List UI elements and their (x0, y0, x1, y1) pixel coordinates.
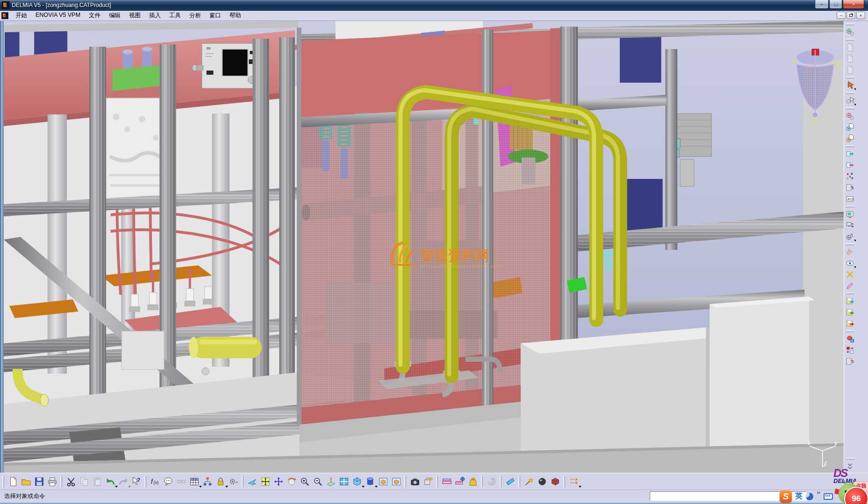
part-scatter-icon[interactable] (845, 170, 856, 182)
selection-sets-icon[interactable] (845, 95, 856, 106)
viewport-3d-scene[interactable]: x y z x y z 智造资料网 I (4, 21, 844, 473)
copy-icon[interactable] (78, 475, 91, 488)
save-sync-icon[interactable] (845, 318, 856, 329)
menu-file[interactable]: 文件 (85, 12, 105, 20)
sectioning-icon[interactable] (504, 475, 517, 488)
engine-block[interactable] (106, 98, 167, 203)
menu-start[interactable]: 开始 (11, 12, 31, 20)
workbench-product-icon[interactable] (845, 26, 856, 37)
dropdown-arrow-icon[interactable] (854, 104, 856, 106)
toolbar-grip[interactable] (846, 77, 854, 78)
material-box-icon[interactable] (549, 475, 562, 488)
parameters-icon[interactable] (227, 475, 240, 488)
moon-icon[interactable] (806, 493, 813, 500)
measure-inertia-icon[interactable] (466, 475, 480, 488)
save-view-icon[interactable] (845, 295, 856, 306)
new-document-icon[interactable] (7, 475, 20, 488)
isometric-view-icon[interactable] (351, 475, 364, 488)
shuttle-arrows-icon[interactable] (567, 475, 581, 488)
ime-punctuation-toggle[interactable]: ” (817, 491, 820, 499)
push-to-enovia-icon[interactable] (845, 148, 856, 159)
whats-this-icon[interactable] (130, 475, 143, 488)
menu-window[interactable]: 窗口 (205, 12, 225, 20)
sequence-list-icon[interactable] (845, 355, 856, 367)
catalog-document-icon[interactable] (845, 53, 856, 64)
3d-viewport[interactable]: x y z x y z 智造资料网 I (4, 21, 844, 473)
path-export-icon[interactable] (845, 159, 856, 170)
lock-icon[interactable] (214, 475, 227, 488)
catalog-editor-icon[interactable] (845, 64, 856, 75)
quick-shot-camera-icon[interactable] (409, 475, 422, 488)
menu-analysis[interactable]: 分析 (185, 12, 205, 20)
dropdown-arrow-icon[interactable] (579, 486, 581, 488)
cut-icon[interactable] (65, 475, 78, 488)
toolbar-grip[interactable] (481, 476, 483, 487)
control-panel[interactable] (192, 43, 256, 88)
toolbar-grip[interactable] (846, 243, 854, 245)
toolbar-grip[interactable] (846, 292, 854, 294)
scene-render-icon[interactable] (422, 475, 435, 488)
toolbar-grip[interactable] (2, 476, 4, 487)
design-table-icon[interactable] (188, 475, 201, 488)
close-button[interactable]: × (843, 0, 864, 9)
ime-language-toggle[interactable]: 英 (795, 491, 803, 501)
menu-insert[interactable]: 插入 (145, 12, 165, 20)
fly-mode-icon[interactable] (246, 475, 259, 488)
sogou-logo-icon[interactable]: S (780, 490, 792, 503)
resource-document-icon[interactable] (845, 133, 856, 144)
link-manager-icon[interactable] (175, 475, 188, 488)
named-view-1-icon[interactable] (377, 475, 390, 488)
save-export-icon[interactable] (845, 306, 856, 318)
dropdown-arrow-icon[interactable] (854, 266, 856, 268)
knowledge-advisor-icon[interactable] (162, 475, 175, 488)
toolbar-grip[interactable] (846, 206, 854, 207)
process-library-icon[interactable] (845, 110, 856, 121)
mdi-close-button[interactable]: × (856, 12, 865, 19)
document-icon[interactable] (1, 12, 8, 19)
clipboard-viewer-icon[interactable] (845, 208, 856, 220)
formula-icon[interactable] (149, 475, 162, 488)
product-structure-icon[interactable] (201, 475, 214, 488)
maximize-button[interactable]: □ (829, 0, 842, 9)
swap-product-icon[interactable] (845, 344, 856, 355)
menu-tools[interactable]: 工具 (165, 12, 185, 20)
undo-icon[interactable] (104, 475, 117, 488)
zoom-out-icon[interactable] (311, 475, 324, 488)
menu-help[interactable]: 帮助 (225, 12, 245, 20)
keyboard-icon[interactable] (824, 493, 833, 500)
paste-icon[interactable] (91, 475, 104, 488)
named-view-2-icon[interactable] (390, 475, 403, 488)
toolbar-grip[interactable] (846, 92, 854, 94)
toolbar-grip[interactable] (563, 476, 565, 487)
render-style-icon[interactable] (364, 475, 377, 488)
create-multi-view-icon[interactable] (337, 475, 351, 488)
annotations-icon[interactable] (845, 193, 856, 204)
link-product-icon[interactable] (845, 333, 856, 344)
toolbar-grip[interactable] (846, 330, 854, 332)
mdi-restore-button[interactable] (846, 12, 855, 19)
process-document-icon[interactable] (845, 121, 856, 133)
jog-frame-icon[interactable] (845, 269, 856, 280)
redo-icon[interactable] (117, 475, 130, 488)
toolbar-grip[interactable] (846, 458, 854, 460)
save-document-icon[interactable] (33, 475, 46, 488)
menu-view[interactable]: 视图 (125, 12, 145, 20)
toolbar-grip[interactable] (846, 23, 854, 25)
toolbar-grip[interactable] (436, 476, 438, 487)
robot-vision-icon[interactable] (845, 257, 856, 269)
toolbar-grip[interactable] (518, 476, 520, 487)
toolbar-grip[interactable] (242, 476, 244, 487)
toolbar-grip[interactable] (500, 476, 502, 487)
menu-edit[interactable]: 编辑 (105, 12, 125, 20)
dropdown-arrow-icon[interactable] (854, 240, 856, 241)
create-marker-icon[interactable] (845, 280, 856, 291)
toolbar-grip[interactable] (404, 476, 406, 487)
toolbar-grip[interactable] (846, 39, 854, 41)
rotate-icon[interactable] (285, 475, 298, 488)
update-icon[interactable] (485, 475, 498, 488)
toolbar-grip[interactable] (846, 145, 854, 147)
toolbar-grip[interactable] (144, 476, 146, 487)
minimize-button[interactable]: − (815, 0, 829, 9)
apply-material-icon[interactable] (523, 475, 536, 488)
structure-monitor-icon[interactable] (845, 220, 856, 231)
